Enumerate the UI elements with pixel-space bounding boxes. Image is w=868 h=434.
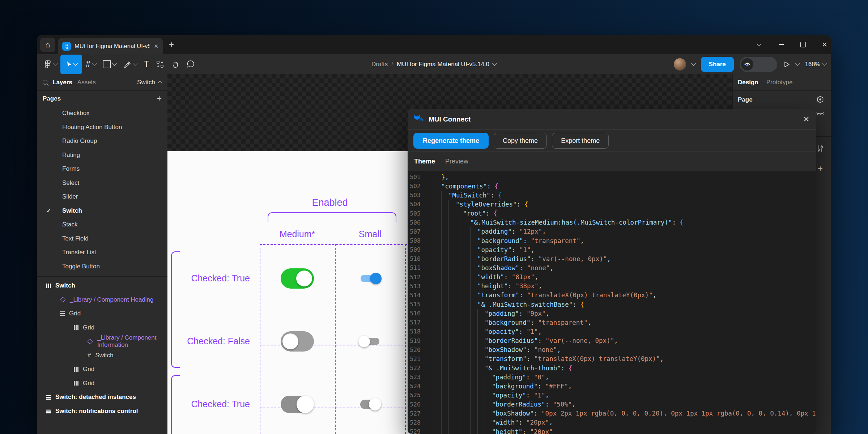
code-token: "#FFF" xyxy=(545,383,568,390)
file-tab[interactable]: MUI for Figma Material UI-v5.14.0 ✕ xyxy=(58,38,163,54)
right-sidebar-tabs: Design Prototype xyxy=(733,74,831,91)
code-token: : xyxy=(530,319,538,326)
code-token: "width" xyxy=(492,419,519,426)
page-item[interactable]: Text Field xyxy=(37,232,167,246)
search-icon[interactable] xyxy=(43,80,47,85)
column-label-medium: Medium* xyxy=(268,229,326,239)
hidden-eye-icon[interactable] xyxy=(816,110,825,119)
page-section-label: Page xyxy=(738,96,753,103)
layer-item[interactable]: _Library / Component Heading xyxy=(37,293,167,307)
window-maximize-button[interactable] xyxy=(798,39,808,50)
tab-assets[interactable]: Assets xyxy=(77,79,96,86)
window-close-button[interactable]: ✕ xyxy=(820,39,830,50)
autolayout-icon xyxy=(74,367,78,372)
tab-preview[interactable]: Preview xyxy=(445,158,468,165)
indent-guides xyxy=(434,273,477,282)
new-tab-button[interactable]: + xyxy=(169,39,174,50)
page-item[interactable]: Radio Group xyxy=(37,134,167,148)
layer-item[interactable]: Grid xyxy=(37,362,167,376)
indent-guides xyxy=(434,400,492,409)
add-page-button[interactable]: + xyxy=(157,94,162,103)
page-item-label: Floating Action Button xyxy=(62,124,122,131)
breadcrumb-folder[interactable]: Drafts xyxy=(371,61,388,68)
indent-guides xyxy=(434,227,477,236)
page-item[interactable]: ✓Switch xyxy=(37,204,167,218)
layer-label: _Library / Component Information xyxy=(97,334,167,349)
line-number: 527 xyxy=(408,410,426,417)
layer-label: Grid xyxy=(83,380,94,387)
layer-item[interactable]: Grid xyxy=(37,376,167,391)
code-token: "boxShadow" xyxy=(492,410,534,417)
export-theme-button[interactable]: Export theme xyxy=(552,133,609,149)
switch-small-checked[interactable] xyxy=(358,272,382,285)
present-chevron-icon[interactable] xyxy=(795,61,800,66)
file-menu-chevron-icon[interactable] xyxy=(492,61,497,66)
switch-small-unchecked[interactable] xyxy=(358,335,382,348)
page-item[interactable]: Forms xyxy=(37,162,167,176)
layer-item[interactable]: _Library / Component Information xyxy=(37,335,167,349)
variables-icon[interactable] xyxy=(816,95,825,104)
layer-item[interactable]: Switch xyxy=(37,279,167,293)
switch-medium-checked-disabled[interactable] xyxy=(278,394,316,414)
dialog-close-icon[interactable]: ✕ xyxy=(803,115,809,124)
code-token: "boxShadow" xyxy=(485,346,527,353)
layer-item[interactable]: Switch: notifications control xyxy=(37,404,167,418)
page-item[interactable]: Checkbox xyxy=(37,106,167,120)
page-item[interactable]: Toggle Button xyxy=(37,260,167,274)
share-button[interactable]: Share xyxy=(701,57,734,72)
window-minimize-button[interactable] xyxy=(776,39,786,50)
tab-theme[interactable]: Theme xyxy=(414,158,435,165)
page-item[interactable]: Stack xyxy=(37,218,167,232)
page-item[interactable]: Select xyxy=(37,176,167,190)
breadcrumb-separator: / xyxy=(391,61,393,68)
dev-mode-toggle[interactable]: </> xyxy=(740,57,777,72)
page-item-label: Text Field xyxy=(62,235,89,242)
sliders-icon[interactable] xyxy=(816,144,825,153)
page-item[interactable]: Transfer List xyxy=(37,246,167,260)
code-token: "var(--none, 0px)" xyxy=(546,337,614,344)
breadcrumb-filename[interactable]: MUI for Figma Material UI-v5.14.0 xyxy=(397,61,489,68)
layer-item[interactable]: #Switch xyxy=(37,349,167,363)
home-button[interactable]: ⌂ xyxy=(40,38,55,52)
page-selector[interactable]: Switch xyxy=(137,79,162,86)
layer-item[interactable]: Switch: detached instances xyxy=(37,390,167,404)
instance-icon xyxy=(88,339,93,344)
line-number: 511 xyxy=(408,264,426,271)
line-number: 521 xyxy=(408,356,426,362)
window-menu-chevron-icon[interactable] xyxy=(754,39,764,50)
code-token: "root" xyxy=(463,210,486,217)
tab-layers[interactable]: Layers xyxy=(52,79,72,86)
code-token: : xyxy=(534,410,541,417)
switch-medium-unchecked[interactable] xyxy=(281,331,314,352)
avatar-chevron-icon[interactable] xyxy=(691,61,696,66)
indent-guides xyxy=(434,363,485,373)
code-token: { xyxy=(580,301,584,308)
tab-close-icon[interactable]: ✕ xyxy=(154,43,158,50)
tab-design[interactable]: Design xyxy=(738,79,758,86)
present-play-icon[interactable] xyxy=(783,61,790,68)
theme-code-editor[interactable]: 501},502"components": {503"MuiSwitch": {… xyxy=(408,171,816,434)
code-token: : xyxy=(527,355,534,362)
code-line: 520"boxShadow": "none", xyxy=(408,345,816,354)
page-item[interactable]: Floating Action Button xyxy=(37,120,167,135)
page-item[interactable]: Slider xyxy=(37,190,167,204)
code-token: , xyxy=(572,401,576,408)
tab-prototype[interactable]: Prototype xyxy=(766,79,793,86)
layer-item[interactable]: Grid xyxy=(37,307,167,321)
add-export-icon[interactable]: + xyxy=(816,164,825,173)
layer-item[interactable]: Grid xyxy=(37,321,167,335)
avatar[interactable] xyxy=(674,58,686,71)
indent-guides xyxy=(434,291,477,300)
indent-guides xyxy=(434,345,485,354)
code-token: "transparent" xyxy=(531,237,580,244)
zoom-chevron-icon xyxy=(822,61,827,66)
code-token: "boxShadow" xyxy=(477,264,519,272)
zoom-control[interactable]: 168% xyxy=(805,61,826,68)
regenerate-theme-button[interactable]: Regenerate theme xyxy=(413,133,489,149)
indent-guides xyxy=(434,300,477,309)
page-item[interactable]: Rating xyxy=(37,148,167,162)
switch-medium-checked[interactable] xyxy=(281,268,314,289)
copy-theme-button[interactable]: Copy theme xyxy=(494,133,547,149)
switch-small-checked-disabled[interactable] xyxy=(359,398,381,411)
code-token: , xyxy=(539,282,542,290)
